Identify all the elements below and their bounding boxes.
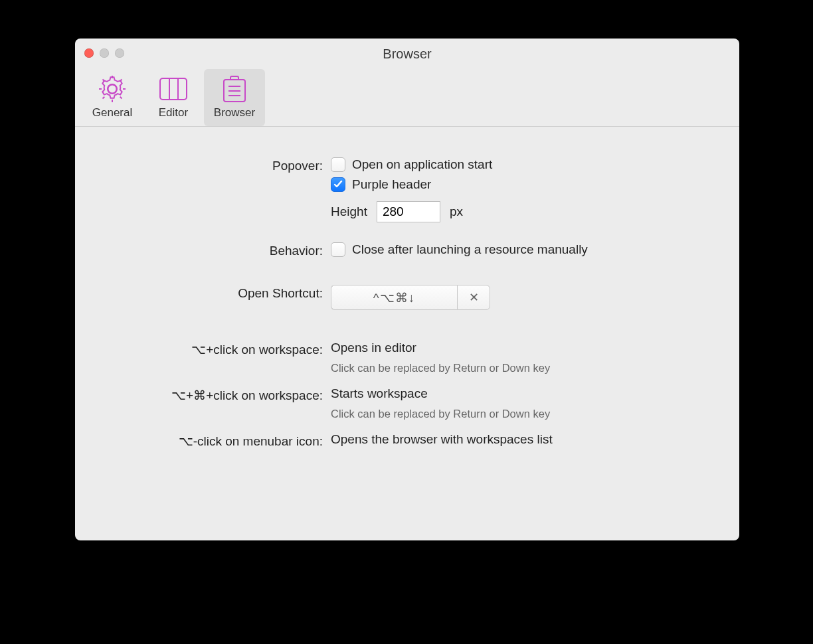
tab-label: Editor [159,106,188,120]
hint-main: Starts workspace [331,386,713,401]
content-area: Popover: Open on application start Purpl… [75,127,739,487]
behavior-row: Behavior: Close after launching a resour… [102,242,713,258]
popover-row: Popover: Open on application start Purpl… [102,157,713,238]
hint-opt-click-workspace: ⌥+click on workspace: Opens in editor Cl… [102,341,713,374]
tab-label: Browser [214,106,255,120]
hint-opt-click-menubar: ⌥-click on menubar icon: Opens the brows… [102,432,713,449]
behavior-label: Behavior: [102,242,331,258]
hint-main: Opens in editor [331,341,713,355]
preferences-toolbar: General Editor [75,69,739,127]
close-window-button[interactable] [84,48,94,58]
minimize-window-button[interactable] [100,48,109,58]
open-on-start-label: Open on application start [352,157,492,172]
svg-point-1 [108,85,117,94]
hint-main: Opens the browser with workspaces list [331,432,713,447]
tab-label: General [92,106,132,120]
close-after-checkbox[interactable] [331,242,345,257]
open-on-start-checkbox[interactable] [331,157,345,172]
tab-editor[interactable]: Editor [143,69,204,126]
titlebar: Browser [75,39,739,69]
close-after-label: Close after launching a resource manuall… [352,242,588,257]
shortcut-row: Open Shortcut: ^⌥⌘↓ ✕ [102,285,713,310]
window-title: Browser [75,46,739,62]
shortcut-clear-button[interactable]: ✕ [457,285,490,310]
close-icon: ✕ [469,290,479,305]
hint-sub: Click can be replaced by Return or Down … [331,408,713,420]
purple-header-label: Purple header [352,177,431,192]
traffic-lights [84,48,124,58]
zoom-window-button[interactable] [115,48,124,58]
hint-label: ⌥+⌘+click on workspace: [102,386,331,403]
height-input[interactable] [377,201,440,222]
height-label: Height [331,204,367,219]
shortcut-label: Open Shortcut: [102,285,331,301]
preferences-window: Browser [75,39,739,540]
columns-icon [159,73,188,105]
hint-opt-cmd-click-workspace: ⌥+⌘+click on workspace: Starts workspace… [102,386,713,420]
height-unit: px [450,204,463,219]
popover-label: Popover: [102,157,331,173]
gear-icon [98,73,126,105]
clipboard-icon [221,73,248,105]
hint-label: ⌥-click on menubar icon: [102,432,331,449]
shortcut-recorder[interactable]: ^⌥⌘↓ [331,285,457,310]
hint-sub: Click can be replaced by Return or Down … [331,362,713,374]
tab-general[interactable]: General [82,69,143,126]
hint-label: ⌥+click on workspace: [102,341,331,357]
tab-browser[interactable]: Browser [204,69,265,126]
purple-header-checkbox[interactable] [331,177,345,192]
svg-rect-2 [160,78,187,100]
